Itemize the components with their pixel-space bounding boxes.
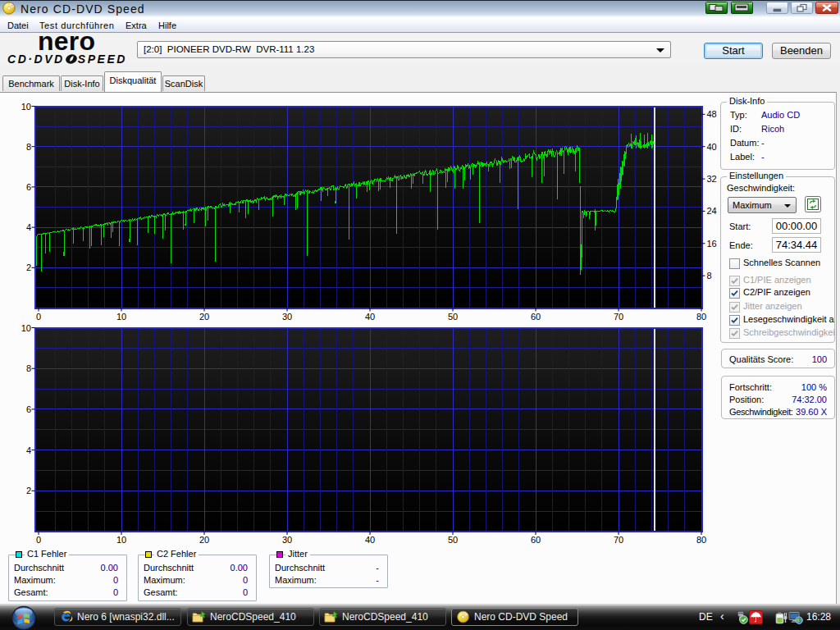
svg-text:40: 40 <box>365 535 375 545</box>
svg-text:0: 0 <box>36 312 41 322</box>
svg-text:70: 70 <box>614 312 623 322</box>
svg-text:10: 10 <box>116 312 126 322</box>
svg-text:4: 4 <box>26 445 31 455</box>
svg-text:2: 2 <box>26 486 31 495</box>
svg-text:32: 32 <box>707 174 717 184</box>
svg-text:8: 8 <box>707 271 712 281</box>
svg-text:20: 20 <box>199 535 209 545</box>
svg-text:4: 4 <box>26 222 31 232</box>
svg-text:48: 48 <box>707 109 717 119</box>
svg-text:50: 50 <box>448 312 458 322</box>
svg-text:30: 30 <box>282 535 292 545</box>
svg-text:8: 8 <box>26 142 31 152</box>
svg-text:10: 10 <box>116 535 126 545</box>
svg-text:8: 8 <box>26 363 31 373</box>
svg-text:0: 0 <box>36 535 41 545</box>
svg-text:10: 10 <box>21 323 31 333</box>
svg-text:16: 16 <box>707 239 717 249</box>
svg-text:40: 40 <box>365 312 375 322</box>
svg-text:80: 80 <box>696 312 706 322</box>
svg-text:60: 60 <box>531 312 541 322</box>
svg-text:30: 30 <box>282 312 292 322</box>
svg-text:70: 70 <box>614 535 623 545</box>
svg-text:6: 6 <box>26 182 31 192</box>
svg-text:60: 60 <box>531 535 541 545</box>
svg-text:10: 10 <box>21 102 31 112</box>
svg-text:2: 2 <box>26 262 31 272</box>
svg-text:6: 6 <box>26 404 31 414</box>
svg-text:80: 80 <box>696 535 706 545</box>
svg-text:40: 40 <box>707 142 717 152</box>
svg-text:20: 20 <box>199 312 209 322</box>
svg-text:50: 50 <box>448 535 458 545</box>
svg-text:24: 24 <box>707 206 717 216</box>
